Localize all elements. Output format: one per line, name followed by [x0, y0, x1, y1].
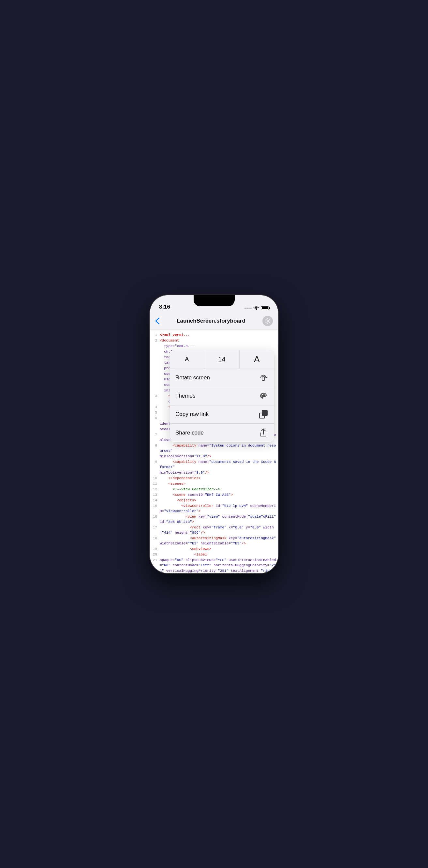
svg-point-0: [256, 309, 257, 310]
copy-icon: [259, 409, 268, 419]
decrease-font-button[interactable]: A: [169, 350, 204, 369]
status-icons: [244, 306, 269, 310]
code-line: 16 <view key="view" contentMode="scaleTo…: [150, 514, 278, 525]
share-code-button[interactable]: Share code: [169, 424, 274, 442]
code-line: 18 <autoresizingMask key="autoresizingMa…: [150, 536, 278, 546]
settings-button[interactable]: [262, 316, 273, 326]
code-line: 20 <label: [150, 552, 278, 557]
svg-point-4: [262, 394, 263, 395]
code-line: type="com.a...: [150, 343, 278, 349]
svg-point-6: [265, 394, 266, 396]
page-title: LaunchScreen.storyboard: [177, 318, 245, 324]
themes-label: Themes: [175, 393, 195, 399]
code-line: 19 <subviews>: [150, 546, 278, 552]
svg-rect-2: [262, 377, 265, 380]
copy-raw-link-button[interactable]: Copy raw link: [169, 405, 274, 424]
code-line: minToolsVersion="8.0"/>: [150, 470, 278, 475]
battery-icon: [261, 306, 269, 310]
svg-point-1: [267, 320, 268, 322]
code-line: 11 <scenes>: [150, 481, 278, 487]
notch: [194, 295, 235, 306]
code-line: 17 <rect key="frame" x="0.0" y="0.0" wid…: [150, 525, 278, 536]
phone-frame: 8:16: [150, 295, 278, 573]
code-line: 15 <viewController id="01J-lp-oVM" scene…: [150, 503, 278, 514]
code-line: 10 </dependencies>: [150, 475, 278, 481]
code-line: 12 <!--View Controller-->: [150, 487, 278, 492]
rotate-screen-label: Rotate screen: [175, 374, 210, 381]
increase-font-button[interactable]: A: [239, 350, 274, 369]
status-time: 8:16: [159, 304, 170, 310]
themes-button[interactable]: Themes: [169, 387, 274, 405]
share-code-label: Share code: [175, 430, 204, 436]
popup-menu: A 14 A Rotate screen: [169, 350, 274, 442]
phone-screen: 8:16: [150, 295, 278, 573]
code-line: minToolsVersion="11.0"/>: [150, 454, 278, 459]
share-icon: [259, 428, 268, 438]
code-line: 8 <capability name="System colors in doc…: [150, 443, 278, 454]
rotate-screen-button[interactable]: Rotate screen: [169, 369, 274, 387]
code-editor: 1 <?xml versi... 2 <document type="com.a…: [150, 330, 278, 573]
font-controls: A 14 A: [169, 350, 274, 369]
font-size-display: 14: [204, 350, 239, 369]
code-line: 1 <?xml versi...: [150, 332, 278, 338]
code-line: 14 <objects>: [150, 498, 278, 503]
copy-raw-link-label: Copy raw link: [175, 411, 209, 417]
rotate-icon: [259, 373, 268, 383]
signal-icon: [244, 308, 252, 309]
nav-bar: LaunchScreen.storyboard: [150, 313, 278, 330]
svg-point-5: [263, 393, 265, 395]
wifi-icon: [254, 306, 259, 310]
svg-point-3: [261, 395, 262, 397]
code-line: 9 <capability name="documents saved in t…: [150, 459, 278, 470]
code-line: 13 <scene sceneID="EHf-IW-A2E">: [150, 492, 278, 498]
palette-icon: [259, 391, 268, 401]
code-line: 2 <document: [150, 338, 278, 343]
back-button[interactable]: [155, 317, 160, 324]
code-line: 21 opaque="NO" clipsSubviews="YES" userI…: [150, 557, 278, 573]
